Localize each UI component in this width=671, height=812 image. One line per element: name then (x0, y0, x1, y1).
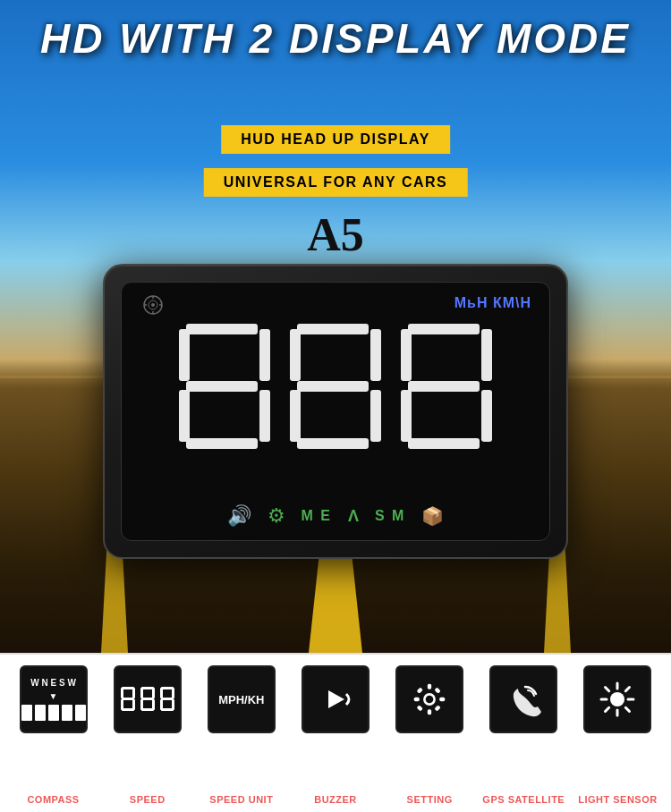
svg-rect-10 (121, 688, 123, 698)
buzzer-icon (319, 683, 352, 715)
speed-unit-label-text: SPEED UNIT (209, 794, 273, 805)
svg-rect-36 (435, 687, 441, 693)
compass-box: W N E S W ▼ (20, 665, 88, 733)
svg-rect-38 (435, 705, 441, 711)
svg-rect-8 (122, 698, 134, 700)
hud-screen: МьН КМ\Н (121, 282, 550, 541)
svg-rect-26 (160, 699, 163, 710)
speed-digits-display (120, 686, 175, 713)
light-icon (598, 680, 637, 719)
svg-rect-32 (428, 709, 431, 715)
svg-rect-34 (439, 698, 445, 701)
mini-digit-3 (159, 686, 175, 713)
settings-icon: ⚙ (268, 504, 285, 528)
svg-rect-15 (141, 698, 154, 700)
setting-label: SETTING (407, 794, 453, 805)
menu-text: M E (302, 508, 332, 524)
badge-hud: HUD HEAD UP DISPLAY (221, 125, 450, 154)
svg-line-44 (606, 688, 609, 691)
svg-rect-18 (152, 688, 155, 698)
svg-rect-35 (417, 687, 423, 693)
feature-speed: SPEED (103, 665, 191, 805)
speed-unit-box: MPH/KH (208, 665, 276, 733)
svg-rect-20 (152, 699, 155, 710)
light-label: LIGHT SENSOR (578, 794, 658, 805)
svg-rect-12 (121, 699, 123, 710)
main-title: HD WITH 2 DISPLAY MODE (0, 16, 671, 62)
feature-gps: GPS SATELLITE (480, 665, 568, 805)
svg-rect-7 (122, 687, 134, 689)
speaker-icon (143, 295, 163, 319)
badge-universal: UNIVERSAL FOR ANY CARS (204, 168, 468, 197)
feature-speed-unit: MPH/KH SPEED UNIT (197, 665, 285, 805)
setting-box (395, 665, 463, 733)
digit-2 (286, 320, 385, 453)
mini-digit-1 (120, 686, 136, 713)
svg-line-47 (606, 707, 609, 711)
light-box (583, 665, 651, 733)
speed-unit-label: МьН КМ\Н (454, 295, 531, 311)
svg-rect-24 (160, 688, 163, 698)
speed-label: SPEED (130, 794, 166, 805)
svg-line-46 (626, 688, 630, 691)
feature-items: W N E S W ▼ COMPASS (0, 655, 671, 812)
svg-line-45 (626, 707, 630, 711)
svg-rect-33 (414, 698, 420, 701)
lambda-symbol: Λ (348, 507, 359, 526)
compass-display: W N E S W ▼ (21, 678, 86, 721)
svg-rect-22 (161, 698, 174, 700)
svg-rect-27 (172, 699, 174, 710)
svg-rect-13 (132, 699, 135, 710)
svg-rect-11 (132, 688, 135, 698)
gps-label: GPS SATELLITE (482, 794, 565, 805)
buzzer-label: BUZZER (314, 794, 357, 805)
box-icon: 📦 (421, 505, 444, 527)
digit-1 (175, 320, 274, 453)
volume-icon: 🔊 (227, 504, 251, 528)
gear-icon (412, 682, 446, 716)
svg-rect-25 (172, 688, 174, 698)
svg-point-39 (610, 692, 624, 706)
compass-label: COMPASS (27, 794, 79, 805)
svg-rect-17 (140, 688, 143, 698)
svg-point-30 (426, 696, 434, 704)
s-symbol: S M (375, 508, 405, 524)
svg-rect-23 (161, 708, 174, 711)
feature-buzzer: BUZZER (291, 665, 379, 805)
svg-marker-28 (328, 690, 344, 708)
svg-rect-19 (140, 699, 143, 710)
hud-bottom-icons: 🔊 ⚙ M E Λ S M 📦 (122, 504, 549, 528)
feature-compass: W N E S W ▼ COMPASS (9, 665, 98, 805)
speed-box (114, 665, 182, 733)
mph-kh-text: MPH/KH (218, 693, 264, 706)
svg-point-2 (151, 303, 155, 307)
svg-rect-31 (428, 684, 431, 689)
svg-rect-9 (122, 708, 134, 711)
feature-setting: SETTING (386, 665, 474, 805)
digit-3 (397, 320, 496, 453)
gps-icon (505, 681, 541, 717)
buzzer-box (302, 665, 369, 733)
svg-rect-14 (141, 687, 154, 689)
top-section: HD WITH 2 DISPLAY MODE HUD HEAD UP DISPL… (0, 0, 671, 653)
feature-light: LIGHT SENSOR (573, 665, 662, 805)
model-name: A5 (307, 208, 364, 261)
gps-box (489, 665, 557, 733)
hud-device: МьН КМ\Н (103, 264, 568, 559)
svg-rect-21 (161, 687, 174, 689)
svg-rect-16 (141, 708, 154, 711)
mini-digit-2 (140, 686, 156, 713)
bottom-strip: W N E S W ▼ COMPASS (0, 653, 671, 812)
svg-rect-37 (417, 705, 423, 711)
digits-display (122, 320, 549, 453)
